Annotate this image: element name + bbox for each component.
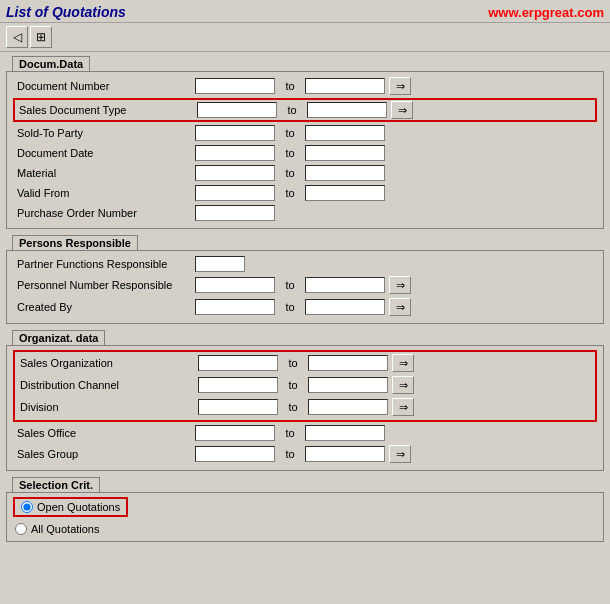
created-by-label: Created By xyxy=(15,301,195,313)
sales-org-input2[interactable] xyxy=(308,355,388,371)
personnel-number-to: to xyxy=(275,279,305,291)
back-button[interactable]: ◁ xyxy=(6,26,28,48)
dist-channel-to: to xyxy=(278,379,308,391)
document-number-input1[interactable] xyxy=(195,78,275,94)
toolbar: ◁ ⊞ xyxy=(0,23,610,52)
sales-group-to: to xyxy=(275,448,305,460)
title-bar: List of Quotations www.erpgreat.com xyxy=(0,0,610,23)
personnel-number-arrow[interactable]: ⇒ xyxy=(389,276,411,294)
valid-from-input2[interactable] xyxy=(305,185,385,201)
sales-doc-type-row: Sales Document Type to ⇒ xyxy=(13,98,597,122)
valid-from-row: Valid From to xyxy=(13,184,597,202)
document-number-input2[interactable] xyxy=(305,78,385,94)
sales-doc-type-input2[interactable] xyxy=(307,102,387,118)
selection-section: Selection Crit. Open Quotations All Quot… xyxy=(6,477,604,542)
all-quotations-radio[interactable] xyxy=(15,523,27,535)
sales-org-label: Sales Organization xyxy=(18,357,198,369)
docum-data-label: Docum.Data xyxy=(12,56,90,71)
partner-functions-row: Partner Functions Responsible xyxy=(13,255,597,273)
sales-doc-type-label: Sales Document Type xyxy=(17,104,197,116)
dist-channel-input1[interactable] xyxy=(198,377,278,393)
sales-group-input1[interactable] xyxy=(195,446,275,462)
document-date-input2[interactable] xyxy=(305,145,385,161)
created-by-input1[interactable] xyxy=(195,299,275,315)
sales-office-label: Sales Office xyxy=(15,427,195,439)
sales-org-input1[interactable] xyxy=(198,355,278,371)
division-arrow[interactable]: ⇒ xyxy=(392,398,414,416)
personnel-number-input1[interactable] xyxy=(195,277,275,293)
personnel-number-input2[interactable] xyxy=(305,277,385,293)
division-input1[interactable] xyxy=(198,399,278,415)
material-input2[interactable] xyxy=(305,165,385,181)
dist-channel-input2[interactable] xyxy=(308,377,388,393)
sales-office-to: to xyxy=(275,427,305,439)
sold-to-party-input1[interactable] xyxy=(195,125,275,141)
valid-from-to: to xyxy=(275,187,305,199)
sold-to-party-label: Sold-To Party xyxy=(15,127,195,139)
sales-org-arrow[interactable]: ⇒ xyxy=(392,354,414,372)
material-row: Material to xyxy=(13,164,597,182)
document-date-to: to xyxy=(275,147,305,159)
document-date-row: Document Date to xyxy=(13,144,597,162)
sales-group-input2[interactable] xyxy=(305,446,385,462)
document-date-input1[interactable] xyxy=(195,145,275,161)
sales-office-row: Sales Office to xyxy=(13,424,597,442)
dist-channel-label: Distribution Channel xyxy=(18,379,198,391)
sales-office-input2[interactable] xyxy=(305,425,385,441)
document-date-label: Document Date xyxy=(15,147,195,159)
page-title: List of Quotations xyxy=(6,4,126,20)
purchase-order-label: Purchase Order Number xyxy=(15,207,195,219)
purchase-order-input1[interactable] xyxy=(195,205,275,221)
organizat-label: Organizat. data xyxy=(12,330,105,345)
personnel-number-row: Personnel Number Responsible to ⇒ xyxy=(13,275,597,295)
division-to: to xyxy=(278,401,308,413)
partner-functions-label: Partner Functions Responsible xyxy=(15,258,195,270)
division-label: Division xyxy=(18,401,198,413)
document-number-label: Document Number xyxy=(15,80,195,92)
sales-org-to: to xyxy=(278,357,308,369)
open-quotations-label: Open Quotations xyxy=(37,501,120,513)
document-number-arrow[interactable]: ⇒ xyxy=(389,77,411,95)
sales-group-arrow[interactable]: ⇒ xyxy=(389,445,411,463)
document-number-to: to xyxy=(275,80,305,92)
dist-channel-arrow[interactable]: ⇒ xyxy=(392,376,414,394)
valid-from-label: Valid From xyxy=(15,187,195,199)
website-label: www.erpgreat.com xyxy=(488,5,604,20)
created-by-row: Created By to ⇒ xyxy=(13,297,597,317)
sales-group-row: Sales Group to ⇒ xyxy=(13,444,597,464)
sold-to-party-to: to xyxy=(275,127,305,139)
created-by-arrow[interactable]: ⇒ xyxy=(389,298,411,316)
docum-data-section: Docum.Data Document Number to ⇒ Sales Do… xyxy=(6,56,604,229)
selection-label: Selection Crit. xyxy=(12,477,100,492)
division-row: Division to ⇒ xyxy=(16,397,594,417)
persons-label: Persons Responsible xyxy=(12,235,138,250)
material-input1[interactable] xyxy=(195,165,275,181)
material-to: to xyxy=(275,167,305,179)
sold-to-party-input2[interactable] xyxy=(305,125,385,141)
open-quotations-row: Open Quotations xyxy=(13,497,128,517)
document-number-row: Document Number to ⇒ xyxy=(13,76,597,96)
sales-doc-type-to: to xyxy=(277,104,307,116)
partner-functions-input1[interactable] xyxy=(195,256,245,272)
organizat-section: Organizat. data Sales Organization to ⇒ … xyxy=(6,330,604,471)
sales-doc-type-arrow[interactable]: ⇒ xyxy=(391,101,413,119)
sales-doc-type-input1[interactable] xyxy=(197,102,277,118)
open-quotations-radio[interactable] xyxy=(21,501,33,513)
dist-channel-row: Distribution Channel to ⇒ xyxy=(16,375,594,395)
sales-office-input1[interactable] xyxy=(195,425,275,441)
org-highlighted-block: Sales Organization to ⇒ Distribution Cha… xyxy=(13,350,597,422)
created-by-input2[interactable] xyxy=(305,299,385,315)
grid-button[interactable]: ⊞ xyxy=(30,26,52,48)
all-quotations-row: All Quotations xyxy=(13,521,597,537)
persons-section: Persons Responsible Partner Functions Re… xyxy=(6,235,604,324)
personnel-number-label: Personnel Number Responsible xyxy=(15,279,195,291)
valid-from-input1[interactable] xyxy=(195,185,275,201)
created-by-to: to xyxy=(275,301,305,313)
division-input2[interactable] xyxy=(308,399,388,415)
sales-group-label: Sales Group xyxy=(15,448,195,460)
purchase-order-row: Purchase Order Number xyxy=(13,204,597,222)
sales-org-row: Sales Organization to ⇒ xyxy=(16,353,594,373)
all-quotations-label: All Quotations xyxy=(31,523,99,535)
material-label: Material xyxy=(15,167,195,179)
sold-to-party-row: Sold-To Party to xyxy=(13,124,597,142)
